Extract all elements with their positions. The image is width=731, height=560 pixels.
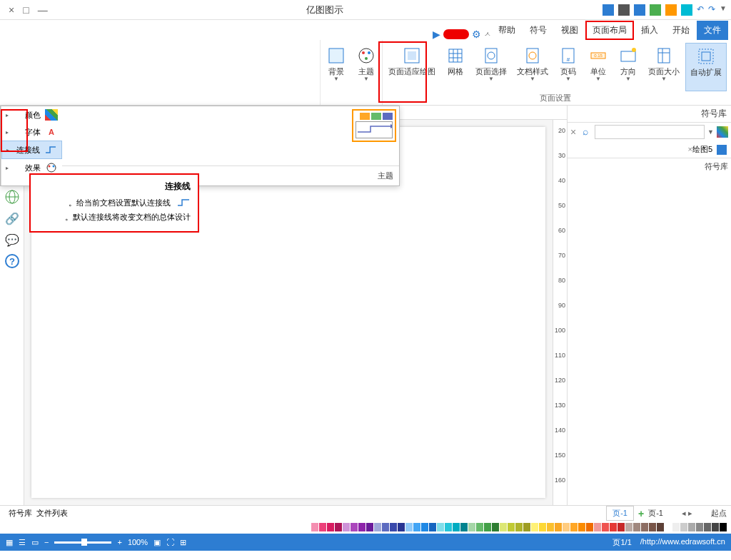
fullscreen-icon[interactable]: ⛶	[166, 538, 174, 546]
color-swatch[interactable]	[468, 523, 475, 531]
color-swatch[interactable]	[625, 523, 632, 531]
redo-icon[interactable]: ↶	[697, 4, 704, 16]
tab-help[interactable]: 帮助	[491, 21, 523, 40]
theme-thumb-1[interactable]	[352, 109, 396, 142]
settings-icon[interactable]: ⚙	[472, 29, 481, 40]
theme-colors-option[interactable]: 颜色▸	[1, 106, 62, 123]
comment-tool-icon[interactable]: 💬	[4, 232, 20, 248]
tab-file[interactable]: 文件	[697, 21, 728, 40]
page-select-button[interactable]: 页面选择▼	[471, 43, 511, 91]
color-swatch[interactable]	[720, 523, 727, 531]
color-swatch[interactable]	[515, 523, 523, 531]
grid-toggle-icon[interactable]: ⊞	[180, 538, 186, 547]
color-swatch[interactable]	[476, 523, 483, 531]
tab-insert[interactable]: 插入	[634, 21, 665, 40]
panel-dropdown[interactable]: ▼	[707, 128, 714, 136]
view-page-icon[interactable]: ▭	[31, 538, 39, 547]
color-swatch[interactable]	[570, 523, 578, 531]
view-list-icon[interactable]: ☰	[19, 538, 26, 547]
color-swatch[interactable]	[390, 523, 397, 531]
fit-drawing-button[interactable]: 页面适应绘图	[384, 43, 440, 91]
color-swatch[interactable]	[563, 523, 570, 531]
auto-expand-button[interactable]: 自动扩展	[685, 43, 727, 91]
color-swatch[interactable]	[594, 523, 601, 531]
tab-start[interactable]: 开始	[665, 21, 697, 40]
color-swatch[interactable]	[453, 523, 460, 531]
color-swatch[interactable]	[319, 523, 326, 531]
color-swatch[interactable]	[374, 523, 381, 531]
files-list-label[interactable]: 文件列表	[36, 508, 68, 519]
background-button[interactable]: 背景▼	[322, 43, 351, 93]
color-swatch[interactable]	[366, 523, 373, 531]
color-swatch[interactable]	[680, 523, 687, 531]
theme-connector-option[interactable]: 连接线▸	[1, 141, 62, 159]
color-swatch[interactable]	[437, 523, 444, 531]
color-swatch[interactable]	[672, 523, 680, 531]
color-swatch[interactable]	[704, 523, 711, 531]
collapse-icon[interactable]: ㅅ	[484, 29, 491, 39]
color-swatch[interactable]	[500, 523, 507, 531]
add-page-button[interactable]: +	[638, 508, 644, 519]
symbol-tab[interactable]: 绘图5×	[680, 143, 717, 156]
print-icon[interactable]	[618, 4, 630, 16]
save-icon[interactable]	[634, 4, 645, 16]
undo-icon[interactable]	[681, 4, 692, 16]
color-swatch[interactable]	[531, 523, 538, 531]
color-swatch[interactable]	[421, 523, 428, 531]
color-swatch[interactable]	[311, 523, 318, 531]
color-swatch[interactable]	[547, 523, 554, 531]
search-icon[interactable]: ⌕	[579, 126, 592, 138]
export-icon[interactable]	[665, 4, 677, 16]
fit-icon[interactable]: ▣	[153, 538, 161, 547]
qat-dropdown[interactable]: ▼	[720, 4, 727, 16]
color-swatch[interactable]	[351, 523, 358, 531]
view-grid-icon[interactable]: ▦	[6, 538, 13, 547]
color-swatch[interactable]	[633, 523, 640, 531]
tab-view[interactable]: 视图	[554, 21, 585, 40]
color-swatch[interactable]	[429, 523, 436, 531]
color-swatch[interactable]	[484, 523, 491, 531]
color-swatch[interactable]	[523, 523, 530, 531]
palette-icon[interactable]	[717, 126, 728, 138]
page-number-button[interactable]: # 页码▼	[554, 43, 583, 91]
color-swatch[interactable]	[413, 523, 420, 531]
color-swatch[interactable]	[657, 523, 664, 531]
color-swatch[interactable]	[382, 523, 389, 531]
color-swatch[interactable]	[665, 523, 672, 531]
close-button[interactable]: ×	[9, 4, 14, 16]
color-swatch[interactable]	[358, 523, 366, 531]
theme-button[interactable]: 主题▼	[352, 43, 380, 93]
color-swatch[interactable]	[508, 523, 515, 531]
help-tool-icon[interactable]: ?	[4, 253, 20, 269]
redo2-icon[interactable]: ↷	[708, 4, 715, 16]
minimize-button[interactable]: —	[38, 4, 48, 16]
tab-page-layout[interactable]: 页面布局	[585, 21, 634, 40]
color-swatch[interactable]	[460, 523, 468, 531]
unit-button[interactable]: 0.15 单位▼	[584, 43, 612, 91]
color-swatch[interactable]	[688, 523, 695, 531]
zoom-slider[interactable]	[54, 541, 111, 544]
color-swatch[interactable]	[617, 523, 625, 531]
color-swatch[interactable]	[343, 523, 350, 531]
symbol-search-input[interactable]	[595, 125, 705, 139]
color-swatch[interactable]	[555, 523, 562, 531]
color-swatch[interactable]	[398, 523, 405, 531]
theme-fonts-option[interactable]: A 字体▸	[1, 123, 62, 141]
color-swatch[interactable]	[445, 523, 452, 531]
color-swatch[interactable]	[492, 523, 499, 531]
color-swatch[interactable]	[641, 523, 648, 531]
maximize-button[interactable]: □	[23, 4, 29, 16]
share-icon[interactable]	[650, 4, 661, 16]
color-swatch[interactable]	[578, 523, 585, 531]
color-swatch[interactable]	[610, 523, 617, 531]
color-swatch[interactable]	[649, 523, 656, 531]
orientation-button[interactable]: 方向▼	[614, 43, 642, 91]
color-swatch[interactable]	[539, 523, 546, 531]
color-swatch[interactable]	[327, 523, 334, 531]
zoom-value[interactable]: 100%	[128, 538, 148, 546]
qat-icon[interactable]	[603, 4, 614, 16]
grid-button[interactable]: 网格	[441, 43, 470, 91]
color-swatch[interactable]	[335, 523, 342, 531]
page-tab-1[interactable]: 页-1	[606, 506, 634, 521]
page-size-button[interactable]: 页面大小▼	[644, 43, 684, 91]
